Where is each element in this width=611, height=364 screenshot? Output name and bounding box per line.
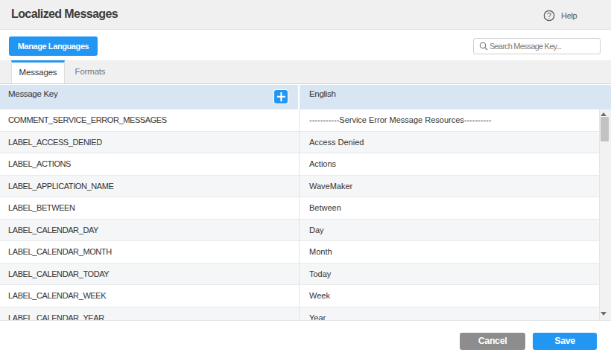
svg-text:?: ? (547, 11, 551, 20)
